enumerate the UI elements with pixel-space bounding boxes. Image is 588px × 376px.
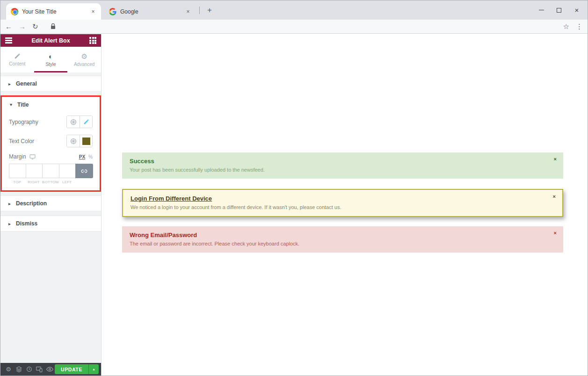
settings-gear-icon[interactable]: ⚙ bbox=[3, 363, 14, 376]
forward-icon[interactable]: → bbox=[19, 23, 26, 30]
new-tab-button[interactable]: + bbox=[203, 4, 216, 16]
color-swatch bbox=[82, 137, 90, 145]
google-favicon-icon bbox=[109, 8, 116, 15]
typography-label: Typography bbox=[9, 119, 38, 125]
section-description[interactable]: ▸ Description bbox=[0, 195, 101, 211]
responsive-mode-icon[interactable] bbox=[34, 363, 44, 376]
preview-eye-icon[interactable] bbox=[44, 363, 55, 376]
global-typography-button[interactable] bbox=[67, 116, 80, 128]
style-half-circle-icon: ◐ bbox=[49, 53, 53, 60]
menu-hamburger-icon[interactable] bbox=[5, 37, 12, 43]
tab-advanced[interactable]: ⚙ Advanced bbox=[67, 47, 101, 72]
alert-title: Wrong Email/Password bbox=[130, 231, 556, 239]
update-button[interactable]: UPDATE bbox=[55, 364, 88, 374]
back-icon[interactable]: ← bbox=[5, 23, 12, 30]
navigator-layers-icon[interactable] bbox=[14, 363, 24, 376]
caret-down-icon: ▾ bbox=[10, 102, 12, 107]
panel-header: Edit Alert Box bbox=[0, 34, 101, 47]
maximize-icon bbox=[557, 8, 561, 13]
alert-danger[interactable]: Wrong Email/Password The email or passwo… bbox=[122, 226, 563, 253]
title-section-highlight: ▾ Title Typography Text Color bbox=[0, 95, 101, 192]
tab-separator bbox=[199, 7, 200, 14]
text-color-label: Text Color bbox=[9, 138, 34, 145]
tab-close-icon[interactable]: × bbox=[89, 7, 97, 16]
panel-title: Edit Alert Box bbox=[31, 37, 70, 44]
margin-label: Margin bbox=[9, 153, 26, 160]
margin-left-input[interactable] bbox=[59, 164, 76, 178]
alert-title: Success bbox=[130, 158, 556, 165]
update-options-caret[interactable]: ▲ bbox=[88, 364, 99, 374]
margin-right-input[interactable] bbox=[26, 164, 43, 178]
caret-right-icon: ▸ bbox=[8, 81, 11, 87]
global-color-button[interactable] bbox=[67, 135, 80, 147]
caret-right-icon: ▸ bbox=[8, 221, 11, 226]
browser-tabstrip: Your Site Title × Google × + × bbox=[0, 0, 588, 20]
widgets-grid-icon[interactable] bbox=[89, 37, 96, 44]
unit-percent[interactable]: % bbox=[88, 154, 93, 159]
browser-tab-google[interactable]: Google × bbox=[104, 3, 196, 20]
chrome-favicon-icon bbox=[11, 8, 18, 15]
bookmark-star-icon[interactable]: ☆ bbox=[563, 23, 569, 30]
section-label: Dismiss bbox=[16, 220, 37, 227]
tab-title: Google bbox=[120, 8, 180, 15]
section-label: Description bbox=[16, 200, 47, 207]
alert-warning-selected[interactable]: Login From Different Device We noticed a… bbox=[122, 189, 563, 217]
typography-control: Typography bbox=[2, 112, 100, 131]
close-window-button[interactable]: × bbox=[568, 0, 586, 20]
pencil-icon bbox=[14, 53, 21, 59]
margin-field-top: TOP bbox=[9, 180, 26, 184]
tab-label: Content bbox=[9, 61, 25, 66]
tab-label: Advanced bbox=[74, 62, 94, 67]
alert-description: We noticed a login to your account from … bbox=[131, 204, 555, 210]
text-color-control: Text Color bbox=[2, 131, 100, 151]
color-picker-button[interactable] bbox=[80, 135, 92, 147]
tab-label: Style bbox=[45, 62, 56, 67]
margin-field-right: RIGHT bbox=[26, 180, 43, 184]
margin-bottom-input[interactable] bbox=[42, 164, 59, 178]
alert-description: The email or password are incorrect. Ple… bbox=[130, 241, 556, 246]
reload-icon[interactable]: ↻ bbox=[32, 23, 38, 30]
link-values-button[interactable] bbox=[75, 164, 93, 178]
alert-close-icon[interactable]: × bbox=[554, 231, 557, 236]
browser-tab-your-site-title[interactable]: Your Site Title × bbox=[6, 3, 101, 20]
alert-description: Your post has been successfully uploaded… bbox=[130, 167, 556, 173]
margin-top-input[interactable] bbox=[9, 164, 26, 178]
history-icon[interactable] bbox=[24, 363, 34, 376]
elementor-panel: Edit Alert Box Content ◐ Style ⚙ Advance… bbox=[0, 34, 102, 376]
typography-buttons bbox=[66, 116, 93, 128]
tab-content[interactable]: Content bbox=[0, 47, 34, 72]
alert-close-icon[interactable]: × bbox=[553, 194, 556, 199]
panel-tabs: Content ◐ Style ⚙ Advanced bbox=[0, 47, 101, 72]
section-title[interactable]: ▾ Title bbox=[2, 97, 100, 112]
browser-menu-icon[interactable]: ⋮ bbox=[576, 23, 583, 30]
window-controls: × bbox=[532, 0, 586, 20]
section-general[interactable]: ▸ General bbox=[0, 76, 101, 92]
tab-title: Your Site Title bbox=[22, 8, 85, 15]
update-button-group: UPDATE ▲ bbox=[55, 364, 99, 374]
margin-units: PX % bbox=[79, 154, 93, 159]
caret-up-icon: ▲ bbox=[92, 368, 95, 371]
unit-px[interactable]: PX bbox=[79, 154, 85, 159]
gear-icon: ⚙ bbox=[81, 53, 87, 60]
minimize-button[interactable] bbox=[532, 0, 550, 20]
alert-title: Login From Different Device bbox=[131, 195, 555, 202]
margin-field-left: LEFT bbox=[59, 180, 76, 184]
tab-style[interactable]: ◐ Style bbox=[34, 47, 68, 72]
section-label: General bbox=[16, 80, 37, 87]
edit-typography-button[interactable] bbox=[80, 116, 92, 128]
margin-field-bottom: BOTTOM bbox=[42, 180, 59, 184]
page-canvas: Success Your post has been successfully … bbox=[102, 34, 588, 376]
tab-close-icon[interactable]: × bbox=[184, 7, 192, 16]
desktop-device-icon[interactable] bbox=[29, 154, 36, 159]
caret-right-icon: ▸ bbox=[8, 201, 11, 206]
browser-navbar: ← → ↻ ☆ ⋮ bbox=[0, 20, 588, 34]
close-icon: × bbox=[575, 6, 579, 14]
minimize-icon bbox=[539, 10, 544, 10]
browser-window: Your Site Title × Google × + × ← → bbox=[0, 0, 588, 376]
alert-success[interactable]: Success Your post has been successfully … bbox=[122, 152, 563, 179]
maximize-button[interactable] bbox=[550, 0, 568, 20]
alert-close-icon[interactable]: × bbox=[554, 157, 557, 162]
section-label: Title bbox=[17, 101, 29, 108]
margin-control: Margin PX % bbox=[2, 151, 100, 190]
section-dismiss[interactable]: ▸ Dismiss bbox=[0, 216, 101, 231]
